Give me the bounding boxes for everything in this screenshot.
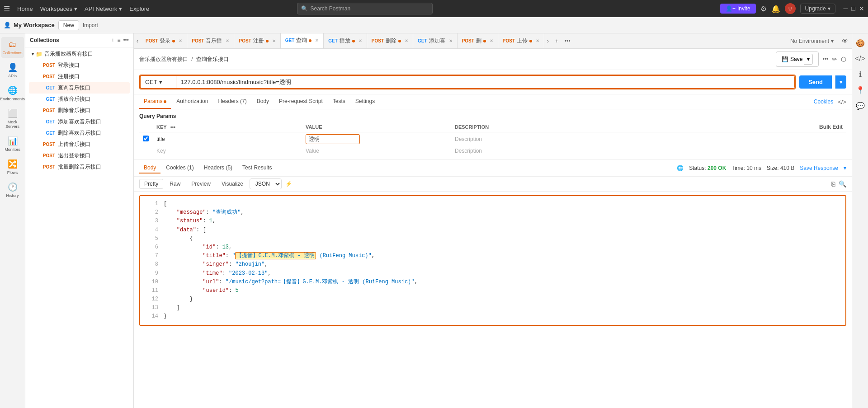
req-tab-params[interactable]: Params: [139, 94, 171, 109]
avatar-icon[interactable]: U: [785, 3, 796, 14]
tab-item[interactable]: GET添加喜✕: [413, 33, 458, 49]
tab-item[interactable]: POST删除✕: [367, 33, 413, 49]
tab-item[interactable]: POST音乐播✕: [187, 33, 234, 49]
req-tab-tests[interactable]: Tests: [328, 94, 350, 109]
url-input[interactable]: [176, 75, 795, 89]
settings-icon[interactable]: ⚙: [760, 5, 767, 13]
api-list: POST登录接口POST注册接口GET查询音乐接口GET播放音乐接口POST删除…: [29, 60, 130, 173]
add-collection-icon[interactable]: +: [111, 37, 114, 43]
send-dropdown-button[interactable]: ▾: [835, 75, 846, 89]
tab-item[interactable]: POST登录✕: [141, 33, 187, 49]
sort-icon[interactable]: ≡: [117, 37, 120, 43]
sidebar-item-flows[interactable]: 🔀 Flows: [1, 156, 24, 178]
resp-tab-test-results[interactable]: Test Results: [238, 163, 276, 174]
req-tab-headers[interactable]: Headers (7): [213, 94, 251, 109]
empty-key-placeholder[interactable]: Key: [156, 148, 166, 154]
save-resp-arrow[interactable]: ▾: [844, 165, 846, 171]
close-button[interactable]: ✕: [859, 5, 864, 12]
share-icon[interactable]: ⬡: [841, 56, 846, 63]
tab-more-button[interactable]: •••: [562, 38, 573, 44]
param-description[interactable]: Description: [455, 136, 482, 142]
right-panel-comment-icon[interactable]: 💬: [854, 100, 867, 112]
maximize-button[interactable]: □: [852, 5, 855, 12]
sidebar-item-apis[interactable]: 👤 APIs: [1, 60, 24, 81]
eye-icon[interactable]: 👁: [838, 38, 852, 45]
resp-tab-body[interactable]: Body: [139, 163, 160, 174]
method-selector[interactable]: GET ▾: [140, 75, 176, 89]
right-panel-code-icon[interactable]: </>: [853, 53, 867, 65]
collection-folder[interactable]: ▾ 📁 音乐播放器所有接口: [29, 48, 130, 60]
resp-tab-headers[interactable]: Headers (5): [199, 163, 237, 174]
nav-home[interactable]: Home: [17, 5, 33, 12]
req-tab-body[interactable]: Body: [252, 94, 274, 109]
save-button[interactable]: 💾 Save ▾: [776, 52, 819, 67]
nav-api-network[interactable]: API Network ▾: [85, 5, 122, 12]
code-icon[interactable]: </>: [838, 98, 846, 105]
save-dropdown-arrow[interactable]: ▾: [804, 54, 813, 65]
sidebar-item-collections[interactable]: 🗂 Collections: [1, 37, 24, 58]
copy-response-button[interactable]: ⎘: [831, 180, 835, 188]
hamburger-icon[interactable]: ☰: [4, 5, 10, 13]
api-list-item[interactable]: POST注册接口: [29, 71, 130, 82]
format-raw-button[interactable]: Raw: [165, 179, 185, 188]
api-list-item[interactable]: GET删除喜欢音乐接口: [29, 127, 130, 139]
no-environment[interactable]: No Environment ▾: [786, 38, 838, 44]
api-list-item[interactable]: POST批量删除音乐接口: [29, 161, 130, 173]
bell-icon[interactable]: 🔔: [771, 5, 780, 13]
search-response-button[interactable]: 🔍: [839, 180, 846, 188]
workspace-name[interactable]: 👤 My Workspace: [4, 22, 55, 28]
edit-icon[interactable]: ✏: [832, 56, 837, 63]
tab-item[interactable]: GET播放✕: [324, 33, 367, 49]
format-preview-button[interactable]: Preview: [187, 179, 215, 188]
format-pretty-button[interactable]: Pretty: [139, 179, 163, 189]
nav-explore[interactable]: Explore: [129, 5, 149, 12]
new-button[interactable]: New: [58, 20, 79, 30]
right-panel-location-icon[interactable]: 📍: [854, 84, 867, 96]
bulk-edit-button[interactable]: Bulk Edit: [819, 124, 843, 130]
import-button[interactable]: Import: [83, 22, 98, 28]
api-list-item[interactable]: GET查询音乐接口: [29, 82, 130, 94]
upgrade-button[interactable]: Upgrade ▾: [800, 4, 835, 14]
tab-right-arrow[interactable]: ›: [544, 38, 552, 44]
tab-item[interactable]: POST注册✕: [234, 33, 280, 49]
api-list-item[interactable]: GET添加喜欢音乐接口: [29, 116, 130, 127]
api-list-item[interactable]: POST上传音乐接口: [29, 139, 130, 150]
resp-tab-cookies[interactable]: Cookies (1): [161, 163, 198, 174]
format-visualize-button[interactable]: Visualize: [217, 179, 248, 188]
sidebar-item-history[interactable]: 🕐 History: [1, 179, 24, 201]
cookies-link[interactable]: Cookies: [814, 98, 833, 105]
req-tab-settings[interactable]: Settings: [351, 94, 379, 109]
right-panel-info-icon[interactable]: ℹ: [857, 68, 863, 80]
tab-add-button[interactable]: +: [552, 38, 562, 44]
search-bar[interactable]: 🔍 Search Postman: [297, 3, 433, 14]
sidebar-item-mock-servers[interactable]: ⬜ Mock Servers: [1, 106, 24, 131]
api-list-item[interactable]: POST登录接口: [29, 60, 130, 71]
empty-value-placeholder[interactable]: Value: [306, 148, 319, 154]
minimize-button[interactable]: ─: [844, 5, 848, 12]
save-response-button[interactable]: Save Response: [800, 165, 838, 171]
invite-button[interactable]: 👤+ Invite: [720, 4, 756, 14]
key-col-more-icon[interactable]: •••: [170, 124, 176, 130]
req-tab-authorization[interactable]: Authorization: [172, 94, 212, 109]
api-list-item[interactable]: GET播放音乐接口: [29, 94, 130, 105]
param-key-input[interactable]: [156, 136, 298, 142]
param-value-input[interactable]: [306, 134, 360, 144]
api-list-item[interactable]: POST退出登录接口: [29, 150, 130, 161]
tab-item[interactable]: GET查询✕: [281, 33, 324, 49]
language-selector[interactable]: JSON: [250, 178, 282, 189]
breadcrumb-parent[interactable]: 音乐播放器所有接口: [139, 56, 188, 62]
tab-left-arrow[interactable]: ‹: [134, 38, 141, 44]
filter-icon[interactable]: ⚡: [285, 181, 292, 187]
tab-item[interactable]: POST删✕: [458, 33, 498, 49]
sidebar-item-monitors[interactable]: 📊 Monitors: [1, 133, 24, 155]
api-list-item[interactable]: POST删除音乐接口: [29, 105, 130, 116]
tab-item[interactable]: POST上传✕: [498, 33, 544, 49]
param-checkbox[interactable]: [143, 136, 149, 141]
right-panel-cookies-icon[interactable]: 🍪: [854, 37, 867, 49]
more-options-icon[interactable]: •••: [822, 56, 828, 62]
send-button[interactable]: Send: [799, 75, 832, 89]
more-options-icon[interactable]: •••: [123, 37, 129, 43]
req-tab-prerequest[interactable]: Pre-request Script: [274, 94, 327, 109]
nav-workspaces[interactable]: Workspaces ▾: [40, 5, 77, 12]
sidebar-item-environments[interactable]: 🌐 Environments: [1, 83, 24, 104]
